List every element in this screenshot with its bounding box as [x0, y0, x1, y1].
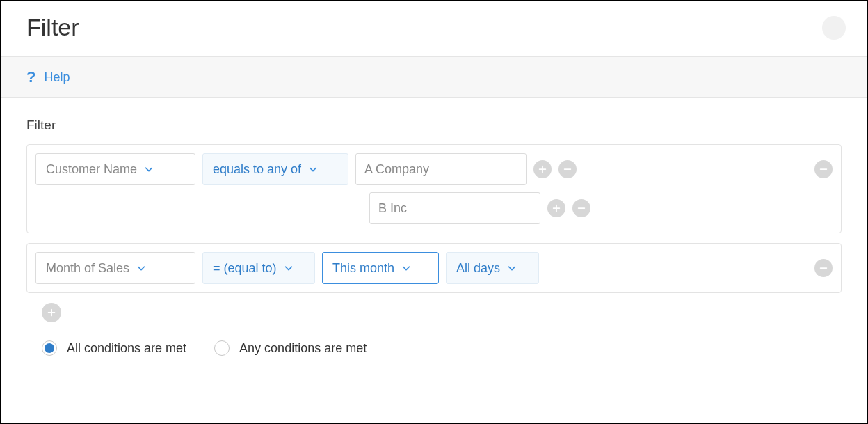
plus-icon: [552, 203, 561, 213]
remove-condition-button[interactable]: [814, 259, 833, 277]
value-input[interactable]: [355, 153, 527, 185]
help-link[interactable]: Help: [44, 70, 70, 85]
field-label: Month of Sales: [46, 261, 129, 276]
remove-value-button[interactable]: [558, 160, 577, 178]
value-dropdown[interactable]: This month: [322, 252, 439, 284]
help-icon: ?: [26, 68, 35, 86]
value-label: All days: [456, 261, 500, 276]
minus-icon: [819, 263, 828, 273]
chevron-down-icon: [401, 263, 411, 273]
add-value-button[interactable]: [533, 160, 552, 178]
remove-condition-button[interactable]: [814, 160, 833, 178]
value-input[interactable]: [369, 192, 540, 224]
chevron-down-icon: [284, 263, 294, 273]
close-button[interactable]: [822, 16, 846, 40]
logic-radio-group: All conditions are met Any conditions ar…: [42, 340, 842, 370]
plus-icon: [538, 164, 547, 174]
chevron-down-icon: [144, 164, 154, 174]
logic-any-radio[interactable]: Any conditions are met: [214, 340, 367, 356]
filter-condition-group: Month of Sales = (equal to) This month: [26, 243, 842, 293]
add-condition-button[interactable]: [42, 303, 61, 322]
value-label: This month: [332, 261, 394, 276]
operator-label: = (equal to): [213, 261, 277, 276]
minus-icon: [819, 164, 828, 174]
radio-label: Any conditions are met: [239, 341, 367, 356]
chevron-down-icon: [308, 164, 318, 174]
minus-icon: [577, 203, 586, 213]
logic-all-radio[interactable]: All conditions are met: [42, 340, 186, 356]
remove-value-button[interactable]: [572, 199, 590, 217]
radio-icon: [214, 340, 230, 356]
dialog-body: Filter Customer Name equals to any of: [1, 98, 867, 423]
operator-dropdown[interactable]: = (equal to): [202, 252, 315, 284]
radio-icon: [42, 340, 57, 356]
field-label: Customer Name: [46, 162, 137, 177]
add-value-button[interactable]: [547, 199, 565, 217]
operator-label: equals to any of: [213, 162, 301, 177]
field-dropdown[interactable]: Month of Sales: [35, 252, 195, 284]
dialog-header: Filter: [1, 1, 867, 56]
filter-condition-group: Customer Name equals to any of: [26, 144, 842, 233]
filter-row: Customer Name equals to any of: [35, 153, 833, 185]
minus-icon: [563, 164, 572, 174]
plus-icon: [47, 308, 56, 317]
filter-row: [35, 192, 833, 224]
help-bar: ? Help: [1, 56, 867, 98]
filter-dialog: Filter ? Help Filter Customer Name equal…: [1, 1, 867, 423]
radio-label: All conditions are met: [67, 341, 186, 356]
add-condition-row: [42, 303, 842, 322]
filter-section-label: Filter: [26, 118, 842, 133]
chevron-down-icon: [507, 263, 517, 273]
operator-dropdown[interactable]: equals to any of: [202, 153, 348, 185]
dialog-title: Filter: [26, 14, 79, 41]
value-dropdown[interactable]: All days: [446, 252, 539, 284]
chevron-down-icon: [136, 263, 146, 273]
filter-row: Month of Sales = (equal to) This month: [35, 252, 833, 284]
field-dropdown[interactable]: Customer Name: [35, 153, 195, 185]
